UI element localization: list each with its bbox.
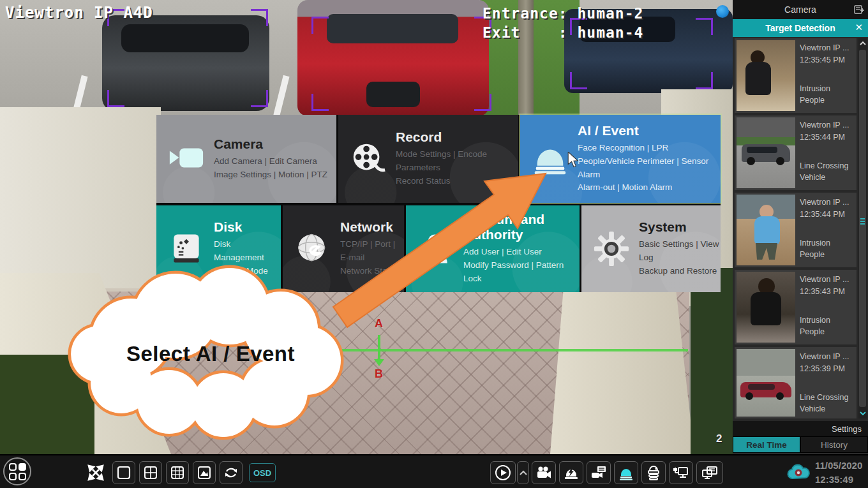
tile-title: AI / Event xyxy=(578,123,721,138)
playback-button[interactable] xyxy=(490,461,516,484)
event-time: 12:35:44 PM xyxy=(800,131,855,144)
tile-links[interactable]: Modify Password | Pattern Lock xyxy=(463,259,580,286)
start-menu-button[interactable] xyxy=(3,457,31,485)
event-type: Intrusion xyxy=(800,237,855,249)
event-camera: Viewtron IP ... xyxy=(800,119,855,131)
tile-links[interactable]: People/Vehicle Perimeter | Sensor Alarm xyxy=(578,155,721,182)
user-icon xyxy=(416,231,456,267)
tile-links[interactable]: Disk Management xyxy=(214,238,281,265)
globe-icon xyxy=(293,231,333,267)
scroll-up-icon[interactable] xyxy=(858,38,867,48)
tile-links[interactable]: Backup and Restore xyxy=(639,265,721,278)
close-icon[interactable]: ✕ xyxy=(855,22,863,33)
camera-event-log-icon[interactable] xyxy=(587,461,611,484)
network-monitor-icon[interactable] xyxy=(669,461,693,484)
nvr-screen: Viewtron IP A4D Entrance: human-2 Exit :… xyxy=(0,0,868,488)
event-object: Vehicle xyxy=(800,172,855,184)
tile-links[interactable]: Record Status xyxy=(396,175,518,188)
sidebar-header-title: Camera xyxy=(784,4,816,15)
event-camera: Viewtron IP ... xyxy=(800,351,855,363)
foliage xyxy=(691,268,733,454)
menu-tile-ai-event[interactable]: AI / Event Face Recognition | LPR People… xyxy=(520,115,721,203)
tile-title: Account and Authority xyxy=(463,212,580,242)
tile-links[interactable]: Basic Settings | View Log xyxy=(639,238,721,265)
event-thumbnail[interactable] xyxy=(737,272,795,343)
film-reel-icon xyxy=(348,140,388,177)
custom-view-icon[interactable] xyxy=(193,461,216,484)
live-video-view[interactable]: Viewtron IP A4D Entrance: human-2 Exit :… xyxy=(0,0,733,454)
manual-alarm-icon[interactable] xyxy=(559,461,583,484)
target-detection-bar: Target Detection ✕ xyxy=(733,19,868,37)
menu-tile-record[interactable]: Record Mode Settings | Encode Parameters… xyxy=(338,115,518,203)
mouse-cursor xyxy=(565,152,581,168)
main-toolbar: OSD 11/05/2020 xyxy=(0,454,868,488)
detection-event-list: Viewtron IP ... 12:35:45 PM Intrusion Pe… xyxy=(733,37,868,421)
menu-tile-network[interactable]: Network TCP/IP | Port | E-mail Network S… xyxy=(283,205,404,292)
manual-record-icon[interactable] xyxy=(532,461,556,484)
event-type: Intrusion xyxy=(800,314,855,327)
event-object: Vehicle xyxy=(800,403,855,415)
tile-links[interactable]: Add Camera | Edit Camera xyxy=(214,155,327,168)
event-list-item[interactable]: Viewtron IP ... 12:35:45 PM Intrusion Pe… xyxy=(735,38,857,113)
osd-toggle-button[interactable]: OSD xyxy=(249,463,276,482)
event-type: Line Crossing xyxy=(800,160,855,172)
menu-tile-system[interactable]: System Basic Settings | View Log Backup … xyxy=(581,205,721,292)
event-type: Intrusion xyxy=(800,83,855,95)
event-camera: Viewtron IP ... xyxy=(800,42,855,54)
camera-name-osd: Viewtron IP A4D xyxy=(5,4,153,22)
tile-title: Disk xyxy=(214,219,281,235)
event-list-item[interactable]: Viewtron IP ... 12:35:44 PM Intrusion Pe… xyxy=(735,193,857,267)
menu-tile-camera[interactable]: Camera Add Camera | Edit Camera Image Se… xyxy=(156,115,336,203)
fullscreen-icon[interactable] xyxy=(84,461,107,484)
tile-links[interactable]: Alarm-out | Motion Alarm xyxy=(578,181,721,195)
annotation-callout: Select AI / Event xyxy=(77,281,345,434)
sidebar-header: Camera xyxy=(733,0,868,19)
line-label-b: B xyxy=(375,367,383,381)
event-list-item[interactable]: Viewtron IP ... 12:35:39 PM Line Crossin… xyxy=(735,347,857,418)
settings-menu: Camera Add Camera | Edit Camera Image Se… xyxy=(156,115,721,292)
direction-arrow xyxy=(378,335,380,360)
scroll-down-icon[interactable] xyxy=(858,408,867,418)
nine-view-icon[interactable] xyxy=(166,461,189,484)
event-time: 12:35:39 PM xyxy=(800,363,855,375)
event-object: People xyxy=(800,249,855,261)
tile-links[interactable]: Add User | Edit User xyxy=(463,246,580,259)
callout-text: Select AI / Event xyxy=(77,342,345,366)
backup-device-icon[interactable] xyxy=(641,461,666,484)
tile-links[interactable]: Mode Settings | Encode Parameters xyxy=(396,148,518,175)
tile-title: System xyxy=(639,219,721,235)
tile-links[interactable]: Face Recognition | LPR xyxy=(578,142,721,155)
vehicle-detection-box xyxy=(311,17,491,111)
sequence-icon[interactable] xyxy=(220,461,243,484)
tab-real-time[interactable]: Real Time xyxy=(733,436,800,453)
scrollbar[interactable] xyxy=(858,38,867,418)
event-thumbnail[interactable] xyxy=(737,349,795,417)
tile-links[interactable]: Image Settings | Motion | PTZ xyxy=(214,168,327,182)
float-panel-icon[interactable] xyxy=(854,4,864,17)
chevron-up-icon[interactable] xyxy=(517,461,529,484)
video-camera-icon xyxy=(167,140,206,177)
event-thumbnail[interactable] xyxy=(737,195,795,265)
single-view-icon[interactable] xyxy=(112,461,135,484)
tab-history[interactable]: History xyxy=(800,436,868,453)
tile-links[interactable]: Network Status xyxy=(340,265,404,278)
sidebar-tabs: Real Time History xyxy=(733,436,868,453)
sidebar-settings-button[interactable]: Settings xyxy=(733,421,868,436)
multi-screen-icon[interactable] xyxy=(696,461,723,484)
ai-event-notify-icon[interactable] xyxy=(614,461,638,484)
time-text: 12:35:49 PM xyxy=(815,473,868,488)
date-text: 11/05/2020 xyxy=(815,459,868,473)
event-thumbnail[interactable] xyxy=(737,40,795,111)
tile-links[interactable]: TCP/IP | Port | E-mail xyxy=(340,238,404,265)
menu-tile-account[interactable]: Account and Authority Add User | Edit Us… xyxy=(406,205,580,292)
scrollbar-handle[interactable] xyxy=(859,50,866,407)
entrance-counter-osd: Entrance: human-2 xyxy=(483,5,643,22)
event-time: 12:35:43 PM xyxy=(800,286,855,298)
event-time: 12:35:44 PM xyxy=(800,209,855,221)
quad-view-icon[interactable] xyxy=(139,461,162,484)
event-object: People xyxy=(800,326,855,338)
event-list-item[interactable]: Viewtron IP ... 12:35:44 PM Line Crossin… xyxy=(735,115,857,190)
event-thumbnail[interactable] xyxy=(737,117,795,188)
event-list-item[interactable]: Viewtron IP ... 12:35:43 PM Intrusion Pe… xyxy=(735,270,857,344)
event-sidebar: Camera Target Detection ✕ Viewtron IP ..… xyxy=(733,0,868,454)
